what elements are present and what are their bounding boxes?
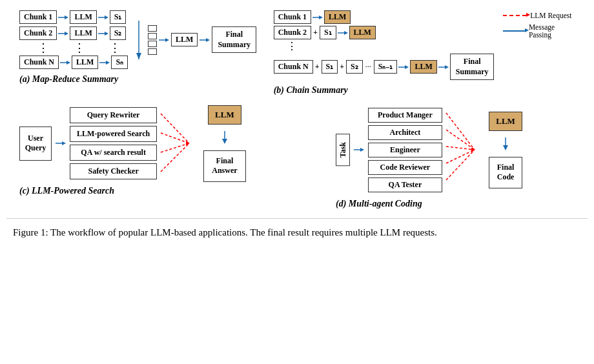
legend-message-label: Message Passing <box>529 23 576 39</box>
chunk-col: Chunk 1 LLM S₁ Chunk 2 LLM S₂ ⋮ <box>19 10 128 69</box>
svg-marker-7 <box>105 32 108 35</box>
llm-reduce-box: LLM <box>171 33 198 46</box>
chain-llm2: LLM <box>349 26 376 39</box>
svg-line-40 <box>446 113 475 150</box>
chain-row-n: Chunk N + S₁ + S₂ ··· Sₙ₋₁ LLM FinalSumm… <box>274 54 495 80</box>
final-answer-box: FinalAnswer <box>203 150 245 182</box>
llm-box-a2: LLM <box>70 26 96 40</box>
svg-marker-3 <box>105 15 108 19</box>
svg-marker-37 <box>222 139 227 144</box>
figure-caption: Figure 1: The workflow of popular LLM-ba… <box>6 218 588 240</box>
llm-box-a1: LLM <box>70 10 96 24</box>
svg-line-28 <box>161 114 189 143</box>
diagram-area: Chunk 1 LLM S₁ Chunk 2 LLM S₂ ⋮ <box>6 6 588 240</box>
svg-marker-19 <box>319 15 323 19</box>
chain-chunk2: Chunk 2 <box>274 26 311 39</box>
svg-marker-51 <box>503 145 508 150</box>
legend: LLM Request Message Passing <box>503 6 581 39</box>
chain-row-2: Chunk 2 + S₁ LLM <box>274 26 495 39</box>
svg-marker-5 <box>65 32 68 35</box>
code-reviewer-box: Code Reviewer <box>368 160 442 175</box>
chain-s1: S₁ <box>320 26 336 39</box>
s1-box: S₁ <box>110 10 127 24</box>
svg-line-46 <box>446 150 475 163</box>
svg-marker-9 <box>67 61 70 65</box>
top-row: Chunk 1 LLM S₁ Chunk 2 LLM S₂ ⋮ <box>6 6 588 97</box>
svg-marker-23 <box>405 65 409 69</box>
chain-chunkn: Chunk N <box>274 60 313 74</box>
query-rewriter-box: Query Rewriter <box>70 107 157 123</box>
chain-chunk1: Chunk 1 <box>274 10 311 24</box>
svg-marker-21 <box>344 31 348 35</box>
section-c: UserQuery Query Rewriter LLM-powered Sea… <box>13 102 284 197</box>
section-a: Chunk 1 LLM S₁ Chunk 2 LLM S₂ ⋮ <box>13 6 267 86</box>
architect-box: Architect <box>368 125 442 140</box>
user-query-box: UserQuery <box>19 126 52 161</box>
final-summary-b: FinalSummary <box>450 54 495 80</box>
svg-line-30 <box>161 133 189 143</box>
chain-s1b: S₁ <box>322 60 338 74</box>
sn-box: Sₙ <box>111 56 128 69</box>
chunk-row-1: Chunk 1 LLM S₁ <box>19 10 128 24</box>
task-box: Task <box>336 134 350 166</box>
qa-search-result-box: QA w/ search result <box>70 145 157 161</box>
product-manager-box: Product Manger <box>368 108 442 123</box>
legend-llm-request: LLM Request <box>503 12 576 19</box>
section-b: Chunk 1 LLM Chunk 2 + S₁ LLM ⋮ Chunk N <box>267 6 504 97</box>
legend-message-passing: Message Passing <box>503 23 576 39</box>
legend-llm-label: LLM Request <box>530 12 571 19</box>
llm-multiagent-box: LLM <box>489 112 522 131</box>
chain-s2b: S₂ <box>346 60 363 74</box>
section-d-label: (d) Multi-agent Coding <box>329 197 581 210</box>
svg-marker-13 <box>136 53 141 59</box>
multiagent-diagram: Task Product Manger Architect Engineer C… <box>329 102 581 197</box>
svg-line-42 <box>446 130 475 150</box>
chunk1-box: Chunk 1 <box>19 10 57 24</box>
svg-marker-1 <box>65 15 68 19</box>
chain-sn1: Sₙ₋₁ <box>374 60 398 74</box>
llm-box-an: LLM <box>72 56 98 69</box>
section-b-label: (b) Chain Summary <box>267 84 354 97</box>
svg-marker-25 <box>445 65 449 69</box>
chunk2-box: Chunk 2 <box>19 26 57 40</box>
chain-llm1: LLM <box>324 10 351 24</box>
svg-line-48 <box>446 150 475 180</box>
svg-marker-17 <box>206 38 210 42</box>
chunk-row-2: Chunk 2 LLM S₂ <box>19 26 128 40</box>
legend-red-line <box>503 15 526 16</box>
section-d: Task Product Manger Architect Engineer C… <box>329 102 581 210</box>
chunkn-box: Chunk N <box>19 56 59 69</box>
llm-search-box: LLM <box>208 105 241 125</box>
engineer-box: Engineer <box>368 143 442 157</box>
chain-llmn: LLM <box>410 60 436 74</box>
chunk-row-n: Chunk N LLM Sₙ <box>19 56 128 69</box>
legend-blue-line <box>503 30 525 32</box>
svg-marker-39 <box>360 148 364 152</box>
final-code-box: FinalCode <box>489 157 523 188</box>
qa-tester-box: QA Tester <box>368 177 442 192</box>
section-a-label: (a) Map-Reduce Summary <box>13 73 125 86</box>
map-reduce-diagram: Chunk 1 LLM S₁ Chunk 2 LLM S₂ ⋮ <box>13 6 256 73</box>
final-summary-a: FinalSummary <box>212 26 256 53</box>
search-diagram: UserQuery Query Rewriter LLM-powered Sea… <box>13 102 284 185</box>
llm-powered-search-box: LLM-powered Search <box>70 126 157 142</box>
chain-diagram: Chunk 1 LLM Chunk 2 + S₁ LLM ⋮ Chunk N <box>267 6 495 84</box>
svg-marker-15 <box>165 38 169 42</box>
chain-row-1: Chunk 1 LLM <box>274 10 495 24</box>
safety-checker-box: Safety Checker <box>70 163 157 179</box>
agent-pipeline: Product Manger Architect Engineer Code R… <box>368 108 442 192</box>
s2-box: S₂ <box>110 26 127 40</box>
bottom-row: UserQuery Query Rewriter LLM-powered Sea… <box>6 102 588 210</box>
svg-marker-27 <box>62 141 66 145</box>
stacked-boxes <box>148 25 157 55</box>
search-pipeline: Query Rewriter LLM-powered Search QA w/ … <box>70 107 157 179</box>
section-c-label: (c) LLM-Powered Search <box>13 185 284 197</box>
svg-marker-11 <box>106 61 110 65</box>
